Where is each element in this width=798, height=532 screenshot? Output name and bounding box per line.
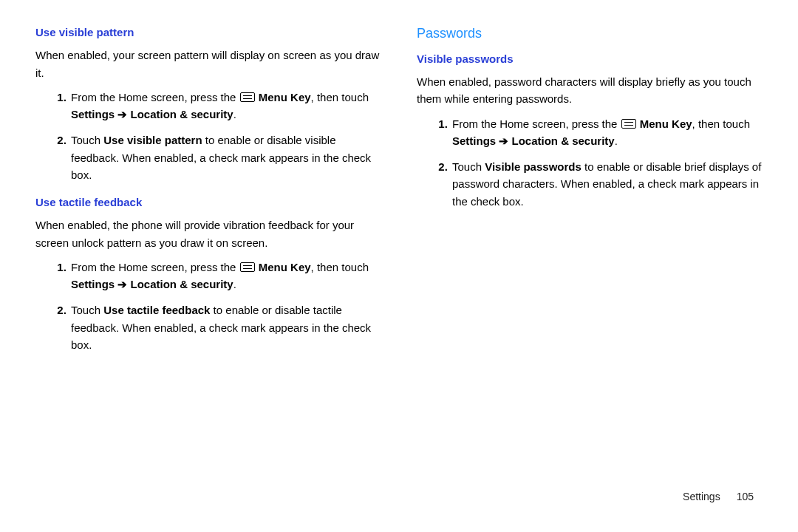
text: From the Home screen, press the xyxy=(452,117,621,130)
footer-page-number: 105 xyxy=(737,491,754,502)
step-1: From the Home screen, press the Menu Key… xyxy=(451,115,763,150)
text: From the Home screen, press the xyxy=(71,261,239,273)
heading-use-tactile-feedback: Use tactile feedback xyxy=(35,194,381,211)
option-name: Use tactile feedback xyxy=(103,304,210,316)
left-column: Use visible pattern When enabled, your s… xyxy=(35,24,381,364)
columns: Use visible pattern When enabled, your s… xyxy=(35,24,763,364)
menu-key-icon xyxy=(240,92,255,102)
page-footer: Settings105 xyxy=(683,491,754,502)
text: Touch xyxy=(452,160,485,173)
option-name: Use visible pattern xyxy=(103,134,202,146)
intro-visible-passwords: When enabled, password characters will d… xyxy=(417,73,763,108)
steps-visible-passwords: From the Home screen, press the Menu Key… xyxy=(417,115,763,210)
text: Touch xyxy=(71,134,103,146)
steps-tactile-feedback: From the Home screen, press the Menu Key… xyxy=(35,259,381,353)
step-2: Touch Use visible pattern to enable or d… xyxy=(69,132,381,183)
menu-key-label: Menu Key xyxy=(256,91,311,103)
text: From the Home screen, press the xyxy=(71,91,239,103)
step-1: From the Home screen, press the Menu Key… xyxy=(69,89,381,123)
text: . xyxy=(233,108,236,120)
text: , then touch xyxy=(311,91,369,103)
intro-tactile-feedback: When enabled, the phone will provide vib… xyxy=(35,216,381,251)
intro-visible-pattern: When enabled, your screen pattern will d… xyxy=(35,47,381,81)
text: . xyxy=(615,134,618,147)
menu-key-label: Menu Key xyxy=(256,261,311,273)
option-name: Visible passwords xyxy=(485,160,582,173)
steps-visible-pattern: From the Home screen, press the Menu Key… xyxy=(35,89,381,183)
settings-path: Settings ➔ Location & security xyxy=(71,108,233,120)
menu-key-icon xyxy=(621,119,636,129)
footer-section: Settings xyxy=(683,491,720,502)
text: , then touch xyxy=(692,117,750,130)
menu-key-label: Menu Key xyxy=(637,117,692,130)
right-column: Passwords Visible passwords When enabled… xyxy=(417,24,763,364)
text: Touch xyxy=(71,304,103,316)
settings-path: Settings ➔ Location & security xyxy=(71,278,233,290)
page: Use visible pattern When enabled, your s… xyxy=(0,0,798,532)
step-1: From the Home screen, press the Menu Key… xyxy=(69,259,381,293)
text: . xyxy=(233,278,236,290)
text: , then touch xyxy=(311,261,369,273)
heading-use-visible-pattern: Use visible pattern xyxy=(35,24,381,41)
step-2: Touch Use tactile feedback to enable or … xyxy=(69,301,381,353)
menu-key-icon xyxy=(240,262,255,272)
settings-path: Settings ➔ Location & security xyxy=(452,134,615,147)
heading-passwords: Passwords xyxy=(417,24,763,44)
step-2: Touch Visible passwords to enable or dis… xyxy=(451,158,763,210)
heading-visible-passwords: Visible passwords xyxy=(417,50,763,67)
